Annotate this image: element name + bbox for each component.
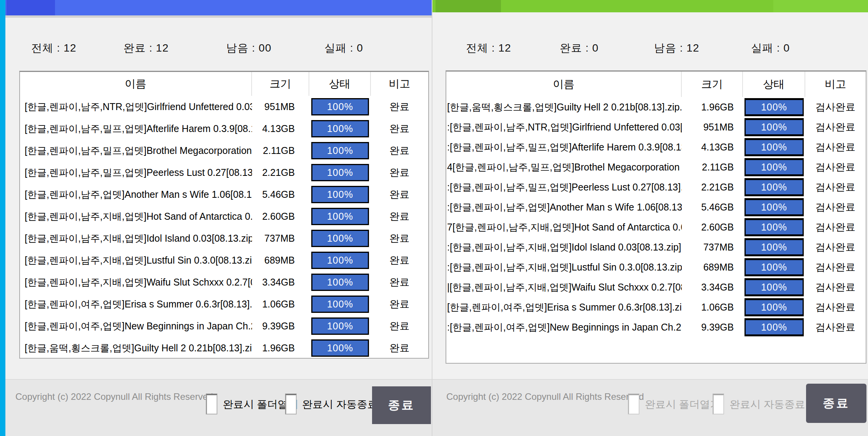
progress-label: 100%	[761, 262, 787, 273]
footer-bar: Copyright (c) 2022 Copynull All Rights R…	[432, 379, 868, 436]
progress-bar: 100%	[744, 138, 804, 156]
file-name: 4[한글,렌파이,남주,밀프,업뎃]Brothel Megacorporatio…	[446, 161, 682, 174]
progress-cell: 100%	[743, 138, 805, 156]
progress-bar: 100%	[311, 296, 369, 313]
progress-cell: 100%	[743, 238, 805, 256]
progress-cell: 100%	[309, 230, 371, 247]
progress-label: 100%	[327, 145, 353, 156]
status-note: 검사완료	[805, 281, 866, 294]
table-row[interactable]: :[한글,렌파이,남주,지배,업뎃]Lustful Sin 0.3.0[08.1…	[446, 257, 866, 277]
column-header-note[interactable]: 비고	[805, 72, 866, 97]
status-note: 검사완료	[805, 160, 866, 174]
progress-cell: 100%	[743, 258, 805, 276]
titlebar-left[interactable]	[5, 0, 432, 15]
table-row[interactable]: :[한글,렌파이,여주,업뎃]New Beginnings in Japan C…	[446, 317, 866, 337]
progress-label: 100%	[761, 162, 787, 173]
file-name: [한글,렌파이,남주,밀프,업뎃]Peerless Lust 0.27[08.1…	[20, 166, 252, 179]
file-name: :[한글,렌파이,남주,업뎃]Another Man s Wife 1.06[0…	[446, 201, 682, 214]
progress-label: 100%	[761, 142, 787, 153]
progress-bar: 100%	[311, 142, 369, 159]
status-note: 완료	[371, 341, 428, 355]
exit-button[interactable]: 종료	[806, 384, 866, 423]
file-name: 7[한글,렌파이,남주,지배,업뎃]Hot Sand of Antarctica…	[446, 221, 682, 234]
progress-bar: 100%	[744, 198, 804, 216]
table-row[interactable]: [한글,렌파이,남주,NTR,업뎃]Girlfriend Unfettered …	[20, 96, 428, 118]
table-row[interactable]: [한글,렌파이,여주,업뎃]Erisa s Summer 0.6.3r[08.1…	[20, 293, 428, 315]
progress-label: 100%	[327, 167, 353, 178]
auto-exit-checkbox[interactable]	[285, 394, 297, 414]
file-size: 2.60GB	[682, 222, 743, 233]
status-note: 검사완료	[805, 100, 866, 114]
table-row[interactable]: [한글,렌파이,남주,지배,업뎃]Idol Island 0.03[08.13.…	[20, 227, 428, 249]
column-header-note[interactable]: 비고	[371, 72, 428, 96]
column-header-name[interactable]: 이름	[20, 72, 252, 96]
open-folder-checkbox-label: 완료시 폴더열기	[645, 398, 721, 411]
file-size: 4.13GB	[682, 142, 743, 153]
file-name: [한글,렌파이,남주,업뎃]Another Man s Wife 1.06[08…	[20, 188, 252, 201]
table-row[interactable]: [한글,움떡,횡스크롤,업뎃]Guilty Hell 2 0.21b[08.13…	[446, 97, 866, 117]
exit-button[interactable]: 종료	[372, 386, 431, 424]
footer-bar: Copyright (c) 2022 Copynull All Rights R…	[5, 379, 432, 436]
copyright-text: Copyright (c) 2022 Copynull All Rights R…	[446, 391, 644, 402]
file-size: 1.06GB	[252, 299, 310, 310]
file-size: 951MB	[252, 101, 310, 112]
copyright-text: Copyright (c) 2022 Copynull All Rights R…	[15, 391, 213, 402]
table-row[interactable]: :[한글,렌파이,남주,NTR,업뎃]Girlfriend Unfettered…	[446, 117, 866, 137]
table-row[interactable]: [한글,렌파이,남주,밀프,업뎃]Afterlife Harem 0.3.9[0…	[20, 118, 428, 140]
progress-bar: 100%	[311, 252, 369, 269]
file-name: [한글,렌파이,여주,업뎃]New Beginnings in Japan Ch…	[20, 320, 252, 332]
table-row[interactable]: [한글,렌파이,남주,지배,업뎃]Lustful Sin 0.3.0[08.13…	[20, 249, 428, 271]
progress-label: 100%	[761, 222, 787, 233]
column-header-size[interactable]: 크기	[252, 72, 309, 96]
progress-bar: 100%	[744, 238, 804, 256]
status-note: 검사완료	[805, 321, 866, 334]
table-row[interactable]: [한글,렌파이,남주,지배,업뎃]Hot Sand of Antarctica …	[20, 205, 428, 227]
progress-label: 100%	[761, 302, 787, 313]
file-size: 2.11GB	[682, 162, 743, 173]
progress-label: 100%	[761, 102, 787, 113]
progress-label: 100%	[327, 277, 353, 288]
column-header-status[interactable]: 상태	[743, 72, 805, 97]
table-row[interactable]: :[한글,렌파이,남주,밀프,업뎃]Peerless Lust 0.27[08.…	[446, 177, 866, 197]
column-header-name[interactable]: 이름	[446, 72, 682, 97]
table-row[interactable]: [한글,렌파이,여주,업뎃]Erisa s Summer 0.6.3r[08.1…	[446, 297, 866, 317]
table-row[interactable]: :[한글,렌파이,남주,지배,업뎃]Idol Island 0.03[08.13…	[446, 237, 866, 257]
table-row[interactable]: [한글,렌파이,남주,밀프,업뎃]Brothel Megacorporation…	[20, 140, 428, 162]
progress-label: 100%	[327, 233, 353, 244]
stat-failed: 실패 : 0	[324, 41, 363, 55]
table-row[interactable]: [한글,렌파이,남주,업뎃]Another Man s Wife 1.06[08…	[20, 184, 428, 205]
progress-label: 100%	[761, 122, 787, 133]
progress-bar: 100%	[744, 258, 804, 276]
open-folder-checkbox[interactable]	[206, 394, 217, 414]
progress-bar: 100%	[744, 218, 804, 236]
table-row[interactable]: |[한글,렌파이,남주,지배,업뎃]Waifu Slut Schxxx 0.2.…	[446, 277, 866, 297]
status-note: 완료	[371, 319, 428, 333]
file-size: 4.13GB	[252, 123, 310, 134]
table-row[interactable]: :[한글,렌파이,남주,밀프,업뎃]Afterlife Harem 0.3.9[…	[446, 137, 866, 157]
progress-cell: 100%	[743, 298, 805, 316]
table-row[interactable]: [한글,렌파이,남주,지배,업뎃]Waifu Slut Schxxx 0.2.7…	[20, 271, 428, 293]
column-header-status[interactable]: 상태	[309, 72, 371, 96]
table-row[interactable]: :[한글,렌파이,남주,업뎃]Another Man s Wife 1.06[0…	[446, 197, 866, 217]
status-note: 검사완료	[805, 261, 866, 274]
table-row[interactable]: [한글,렌파이,남주,밀프,업뎃]Peerless Lust 0.27[08.1…	[20, 162, 428, 184]
column-header-size[interactable]: 크기	[682, 72, 743, 97]
progress-bar: 100%	[311, 317, 369, 335]
table-row[interactable]: [한글,렌파이,여주,업뎃]New Beginnings in Japan Ch…	[20, 315, 428, 337]
progress-cell: 100%	[309, 208, 371, 225]
progress-bar: 100%	[311, 339, 369, 357]
progress-label: 100%	[761, 182, 787, 193]
titlebar-right[interactable]	[432, 0, 868, 12]
progress-label: 100%	[327, 123, 353, 134]
table-row[interactable]: [한글,움떡,횡스크롤,업뎃]Guilty Hell 2 0.21b[08.13…	[20, 337, 428, 359]
table-row[interactable]: 4[한글,렌파이,남주,밀프,업뎃]Brothel Megacorporatio…	[446, 157, 866, 177]
download-table: 이름 크기 상태 비고 [한글,움떡,횡스크롤,업뎃]Guilty Hell 2…	[446, 70, 866, 364]
progress-label: 100%	[327, 299, 353, 310]
table-row[interactable]: 7[한글,렌파이,남주,지배,업뎃]Hot Sand of Antarctica…	[446, 217, 866, 237]
progress-bar: 100%	[311, 120, 369, 137]
file-name: [한글,렌파이,남주,밀프,업뎃]Brothel Megacorporation…	[20, 144, 252, 157]
progress-label: 100%	[327, 211, 353, 222]
download-window-completed: 전체 : 12 완료 : 12 남음 : 00 실패 : 0 이름 크기 상태 …	[5, 0, 432, 436]
progress-cell: 100%	[309, 339, 371, 357]
file-name: [한글,렌파이,남주,지배,업뎃]Idol Island 0.03[08.13.…	[20, 232, 252, 245]
